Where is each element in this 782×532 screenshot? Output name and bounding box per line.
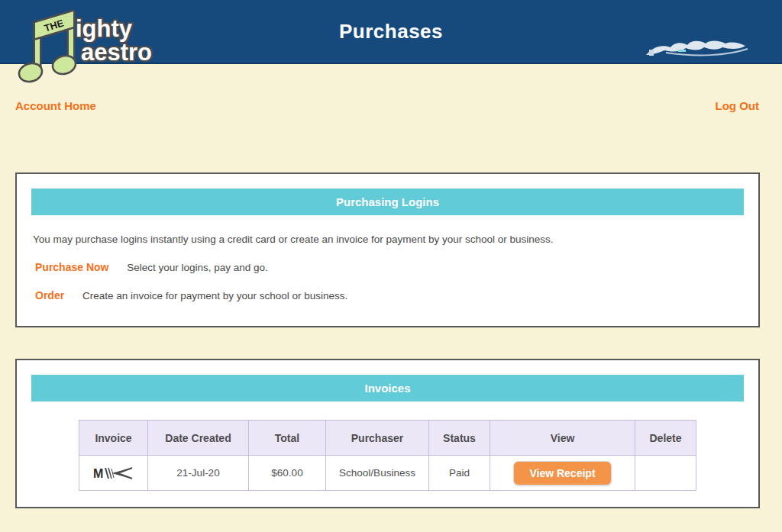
- purchase-now-desc: Select your logins, pay and go.: [127, 262, 268, 273]
- purchase-now-link[interactable]: Purchase Now: [35, 261, 108, 273]
- purchasing-logins-title: Purchasing Logins: [31, 189, 744, 215]
- account-nav: Account Home Log Out: [15, 99, 759, 112]
- mighty-maestro-logo[interactable]: THE ighty aestro: [9, 2, 154, 89]
- invoices-title: Invoices: [31, 375, 744, 401]
- log-out-link[interactable]: Log Out: [716, 99, 759, 112]
- invoices-table: Invoice Date Created Total Purchaser Sta…: [79, 420, 696, 491]
- col-header-date-created: Date Created: [148, 421, 249, 456]
- col-header-view: View: [490, 421, 635, 456]
- logo-word-top: ighty: [76, 15, 133, 42]
- view-receipt-button[interactable]: View Receipt: [513, 461, 611, 485]
- col-header-status: Status: [429, 421, 490, 456]
- invoice-total-cell: $60.00: [249, 456, 326, 491]
- swoosh-icon: [643, 37, 750, 63]
- logo-word-bottom: aestro: [81, 39, 152, 66]
- order-row: Order Create an invoice for payment by y…: [35, 289, 758, 301]
- invoice-logo-thumbnail-icon: M: [92, 466, 135, 481]
- page-header: Purchases THE ighty aestro: [0, 0, 782, 64]
- invoice-date-cell: 21-Jul-20: [148, 456, 249, 491]
- invoice-status-cell: Paid: [429, 456, 490, 491]
- col-header-delete: Delete: [635, 421, 696, 456]
- purchasing-intro-text: You may purchase logins instantly using …: [33, 234, 758, 245]
- order-link[interactable]: Order: [35, 289, 64, 301]
- col-header-total: Total: [249, 421, 326, 456]
- header-swoosh-graphic: [643, 37, 750, 66]
- purchase-now-row: Purchase Now Select your logins, pay and…: [35, 261, 758, 273]
- invoice-row: M 21-Jul-20 $60.00 School/Business: [79, 456, 696, 491]
- account-home-link[interactable]: Account Home: [15, 99, 96, 112]
- purchasing-logins-panel: Purchasing Logins You may purchase login…: [15, 172, 760, 327]
- col-header-invoice: Invoice: [79, 421, 148, 456]
- order-desc: Create an invoice for payment by your sc…: [82, 290, 347, 301]
- invoice-logo-letter: M: [93, 467, 103, 480]
- music-note-logo-icon: THE ighty aestro: [9, 2, 154, 85]
- invoice-purchaser-cell: School/Business: [326, 456, 429, 491]
- table-header-row: Invoice Date Created Total Purchaser Sta…: [79, 421, 696, 456]
- invoice-logo-cell: M: [79, 456, 148, 491]
- invoices-panel: Invoices Invoice Date Created Total Purc…: [15, 359, 760, 508]
- col-header-purchaser: Purchaser: [326, 421, 429, 456]
- invoice-delete-cell: [635, 456, 696, 491]
- invoice-view-cell: View Receipt: [490, 456, 635, 491]
